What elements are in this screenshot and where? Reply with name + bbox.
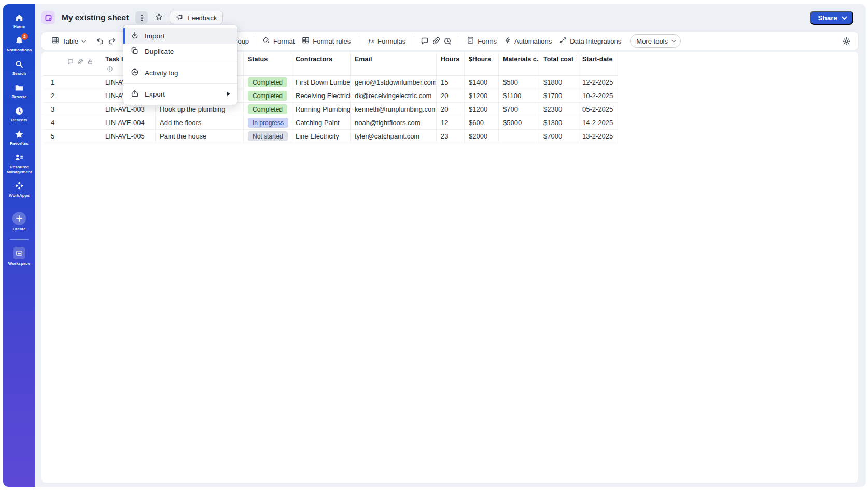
more-tools-button[interactable]: More tools [630,34,681,48]
cell-task-id[interactable]: LIN-AVE-004 [101,116,156,129]
sidebar-item-workapps[interactable]: WorkApps [4,181,35,198]
format-rules-button[interactable]: Format rules [298,34,354,48]
cell-hours[interactable]: 12 [437,116,465,129]
cell-materials[interactable]: $5000 [499,116,539,129]
cell-contractor[interactable]: Line Electricity [291,130,351,143]
row-number[interactable]: 5 [43,130,62,143]
sidebar-item-recents[interactable]: Recents [4,106,35,123]
header-start-date[interactable]: Start-date [578,52,618,75]
row-number[interactable]: 2 [43,89,62,102]
attachments-button[interactable] [430,35,442,47]
comments-button[interactable] [419,35,430,47]
sidebar-item-label: Resource Management [4,164,35,175]
fx-icon: ƒx [368,37,374,45]
cell-hours[interactable]: 20 [437,89,465,102]
header-dollar-hours[interactable]: $Hours [465,52,499,75]
header-hours[interactable]: Hours [437,52,465,75]
cell-total-cost[interactable]: $1700 [539,89,578,102]
cell-status[interactable]: Not started [244,130,291,143]
redo-button[interactable] [106,35,117,47]
cell-email[interactable]: geno@1stdownlumber.com [351,76,437,89]
cell-status[interactable]: Completed [244,103,291,116]
header-email[interactable]: Email [351,52,437,75]
cell-hours[interactable]: 23 [437,130,465,143]
sidebar-item-create[interactable]: Create [4,212,35,232]
cell-task-id[interactable]: LIN-AVE-005 [101,130,156,143]
formulas-button[interactable]: ƒx Formulas [364,35,409,47]
cell-start-date[interactable]: 14-2-2025 [578,116,618,129]
undo-button[interactable] [94,35,106,47]
data-integrations-button[interactable]: Data Integrations [555,34,625,48]
cell-materials[interactable]: $1100 [499,89,539,102]
settings-gear-button[interactable] [841,35,852,47]
format-rules-label: Format rules [313,37,351,45]
row-number[interactable]: 4 [43,116,62,129]
cell-status[interactable]: Completed [244,76,291,89]
cell-status[interactable]: In progress [244,116,291,129]
cell-contractor[interactable]: Catching Paint [291,116,351,129]
cell-hours[interactable]: 20 [437,103,465,116]
cell-dollar-hours[interactable]: $1200 [465,89,499,102]
share-button[interactable]: Share [810,11,853,25]
formulas-label: Formulas [377,37,405,45]
cell-hours[interactable]: 15 [437,76,465,89]
cell-start-date[interactable]: 12-2-2025 [578,76,618,89]
menu-item-import[interactable]: Import [123,28,237,44]
automations-button[interactable]: Automations [500,35,555,48]
cell-status[interactable]: Completed [244,89,291,102]
cell-contractor[interactable]: Receiving Electricity [291,89,351,102]
cell-dollar-hours[interactable]: $1400 [465,76,499,89]
favorite-star-button[interactable] [152,11,165,24]
row-number[interactable]: 3 [43,103,62,116]
workspace-icon [13,247,25,259]
menu-item-export[interactable]: Export [123,86,237,102]
sidebar-item-notifications[interactable]: 2 Notifications [4,36,35,53]
cell-email[interactable]: noah@tightfloors.com [351,116,437,129]
activity-log-icon [131,68,139,78]
cell-total-cost[interactable]: $2300 [539,103,578,116]
cell-total-cost[interactable]: $1300 [539,116,578,129]
sheet-kebab-menu-button[interactable] [135,11,148,24]
cell-start-date[interactable]: 05-2-2025 [578,103,618,116]
table-view-button[interactable]: Table [48,34,88,48]
header-total-cost[interactable]: Total cost [539,52,578,75]
cell-email[interactable]: tyler@catchpaint.com [351,130,437,143]
cell-contractor[interactable]: Running Plumbing [291,103,351,116]
menu-item-activity-log[interactable]: Activity log [123,65,237,80]
status-badge: Completed [248,91,287,101]
cell-email[interactable]: dk@receivingelectric.com [351,89,437,102]
sidebar-item-resource-management[interactable]: Resource Management [4,153,35,175]
cell-start-date[interactable]: 13-2-2025 [578,130,618,143]
more-tools-label: More tools [636,37,668,45]
forms-button[interactable]: Forms [463,34,500,48]
cell-materials[interactable]: $700 [499,103,539,116]
format-button[interactable]: Format [259,34,298,48]
sidebar-item-label: Home [13,24,25,30]
cell-task-name[interactable]: Add the floors [156,116,244,129]
cell-task-name[interactable]: Paint the house [156,130,244,143]
megaphone-icon [176,13,184,22]
sidebar-item-favorites[interactable]: Favorites [4,129,35,146]
sidebar-item-workspace[interactable]: Workspace [4,247,35,266]
cell-email[interactable]: kenneth@runplumbing.com [351,103,437,116]
cell-contractor[interactable]: First Down Lumber [291,76,351,89]
proofing-button[interactable] [442,35,453,47]
feedback-button[interactable]: Feedback [170,11,223,24]
row-number[interactable]: 1 [43,76,62,89]
cell-total-cost[interactable]: $1800 [539,76,578,89]
cell-total-cost[interactable]: $7000 [539,130,578,143]
cell-dollar-hours[interactable]: $600 [465,116,499,129]
cell-dollar-hours[interactable]: $1200 [465,103,499,116]
sidebar-item-home[interactable]: Home [4,12,35,30]
sidebar-item-search[interactable]: Search [4,59,35,76]
sidebar-item-browse[interactable]: Browse [4,82,35,100]
star-icon [14,129,24,140]
header-contractors[interactable]: Contractors [291,52,351,75]
header-status[interactable]: Status [244,52,291,75]
cell-dollar-hours[interactable]: $2000 [465,130,499,143]
header-materials[interactable]: Materials c.. [499,52,539,75]
menu-item-duplicate[interactable]: Duplicate [123,44,237,59]
cell-materials[interactable] [499,130,539,143]
cell-materials[interactable]: $500 [499,76,539,89]
cell-start-date[interactable]: 10-2-2025 [578,89,618,102]
